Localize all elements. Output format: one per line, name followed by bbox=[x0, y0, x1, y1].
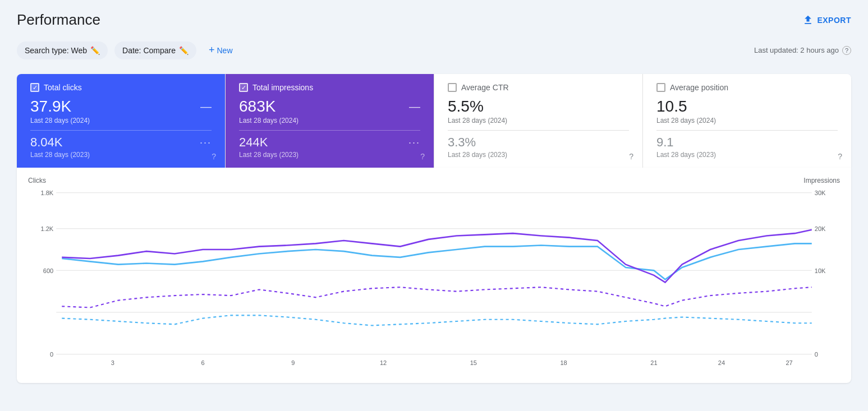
search-type-filter[interactable]: Search type: Web ✏️ bbox=[17, 41, 108, 59]
metric-help-position[interactable]: ? bbox=[838, 152, 842, 161]
svg-text:0: 0 bbox=[815, 351, 818, 358]
clicks-dash-icon: — bbox=[200, 100, 212, 113]
impressions-dash-icon: — bbox=[409, 100, 420, 113]
filter-row: Search type: Web ✏️ Date: Compare ✏️ + N… bbox=[17, 40, 851, 61]
metric-label-ctr: Average CTR bbox=[461, 83, 509, 92]
metric-header-impressions: ✓ Total impressions bbox=[239, 83, 420, 92]
metric-value-ctr: 5.5% bbox=[448, 98, 484, 116]
metric-period2-impressions: Last 28 days (2023) bbox=[239, 151, 420, 159]
export-icon bbox=[802, 15, 814, 26]
metric-average-ctr[interactable]: Average CTR 5.5% Last 28 days (2024) 3.3… bbox=[434, 74, 643, 168]
svg-text:3: 3 bbox=[111, 359, 114, 366]
metric-help-clicks[interactable]: ? bbox=[212, 152, 216, 161]
metric-value2-ctr: 3.3% bbox=[448, 135, 476, 150]
metric-label-position: Average position bbox=[670, 83, 728, 92]
svg-text:27: 27 bbox=[786, 359, 792, 366]
chart-svg: 1.8K 1.2K 600 0 30K 20K 10K 0 3 6 9 12 1… bbox=[28, 187, 840, 366]
metric-help-ctr[interactable]: ? bbox=[629, 152, 633, 161]
svg-text:21: 21 bbox=[650, 359, 657, 366]
metric-period1-position: Last 28 days (2024) bbox=[656, 117, 838, 124]
y-right-label: Impressions bbox=[803, 177, 840, 184]
metric-period2-ctr: Last 28 days (2023) bbox=[448, 151, 629, 159]
svg-text:24: 24 bbox=[718, 359, 725, 366]
clicks-2023-line bbox=[62, 315, 811, 325]
metric-value2-impressions: 244K bbox=[239, 135, 268, 150]
metric-period1-clicks: Last 28 days (2024) bbox=[30, 117, 212, 124]
plus-icon: + bbox=[209, 44, 215, 56]
checkbox-position[interactable] bbox=[656, 83, 665, 92]
svg-text:6: 6 bbox=[201, 359, 204, 366]
metric-help-impressions[interactable]: ? bbox=[420, 152, 425, 161]
checkbox-impressions[interactable]: ✓ bbox=[239, 83, 248, 92]
last-updated: Last updated: 2 hours ago ? bbox=[754, 46, 851, 55]
checkbox-clicks[interactable]: ✓ bbox=[30, 83, 39, 92]
svg-text:10K: 10K bbox=[815, 267, 826, 274]
impressions-2023-line bbox=[62, 287, 811, 307]
edit-date-icon: ✏️ bbox=[179, 46, 189, 55]
clicks-2024-line bbox=[62, 243, 811, 279]
metric-period2-position: Last 28 days (2023) bbox=[656, 151, 838, 159]
chart-container: Clicks Impressions 1.8K 1.2K 600 0 30K 2… bbox=[17, 168, 851, 383]
impressions-2024-line bbox=[62, 230, 811, 283]
metric-label-clicks: Total clicks bbox=[44, 83, 82, 92]
checkbox-ctr[interactable] bbox=[448, 83, 457, 92]
metrics-row: ✓ Total clicks 37.9K — Last 28 days (202… bbox=[17, 74, 851, 168]
impressions-dots-icon: ··· bbox=[408, 137, 420, 149]
export-button[interactable]: EXPORT bbox=[802, 15, 851, 26]
svg-text:20K: 20K bbox=[815, 225, 826, 232]
svg-text:30K: 30K bbox=[815, 190, 826, 196]
metric-header-ctr: Average CTR bbox=[448, 83, 629, 92]
svg-text:1.8K: 1.8K bbox=[41, 190, 54, 196]
metric-value-clicks: 37.9K bbox=[30, 98, 71, 116]
edit-search-type-icon: ✏️ bbox=[90, 46, 100, 55]
metric-average-position[interactable]: Average position 10.5 Last 28 days (2024… bbox=[643, 74, 851, 168]
header-row: Performance EXPORT bbox=[17, 11, 851, 29]
svg-text:1.2K: 1.2K bbox=[41, 225, 54, 232]
metric-header-clicks: ✓ Total clicks bbox=[30, 83, 212, 92]
metric-value2-clicks: 8.04K bbox=[30, 135, 63, 150]
svg-text:0: 0 bbox=[50, 351, 53, 358]
metric-total-impressions[interactable]: ✓ Total impressions 683K — Last 28 days … bbox=[226, 74, 434, 168]
metric-value-impressions: 683K bbox=[239, 98, 275, 116]
y-left-label: Clicks bbox=[28, 177, 46, 184]
metric-label-impressions: Total impressions bbox=[252, 83, 313, 92]
metric-header-position: Average position bbox=[656, 83, 838, 92]
svg-text:9: 9 bbox=[291, 359, 295, 366]
metric-period1-ctr: Last 28 days (2024) bbox=[448, 117, 629, 124]
new-filter-button[interactable]: + New bbox=[203, 40, 238, 61]
metric-period1-impressions: Last 28 days (2024) bbox=[239, 117, 420, 124]
help-icon[interactable]: ? bbox=[842, 46, 851, 55]
svg-text:12: 12 bbox=[380, 359, 387, 366]
chart-area: 1.8K 1.2K 600 0 30K 20K 10K 0 3 6 9 12 1… bbox=[28, 187, 840, 366]
page-title: Performance bbox=[17, 11, 100, 29]
svg-text:600: 600 bbox=[43, 267, 53, 274]
metric-total-clicks[interactable]: ✓ Total clicks 37.9K — Last 28 days (202… bbox=[17, 74, 226, 168]
filter-left: Search type: Web ✏️ Date: Compare ✏️ + N… bbox=[17, 40, 238, 61]
metric-value-position: 10.5 bbox=[656, 98, 687, 116]
metric-value2-position: 9.1 bbox=[656, 135, 674, 150]
svg-text:15: 15 bbox=[470, 359, 477, 366]
clicks-dots-icon: ··· bbox=[200, 137, 212, 149]
svg-text:18: 18 bbox=[560, 359, 567, 366]
date-filter[interactable]: Date: Compare ✏️ bbox=[114, 41, 196, 59]
metric-period2-clicks: Last 28 days (2023) bbox=[30, 151, 212, 159]
